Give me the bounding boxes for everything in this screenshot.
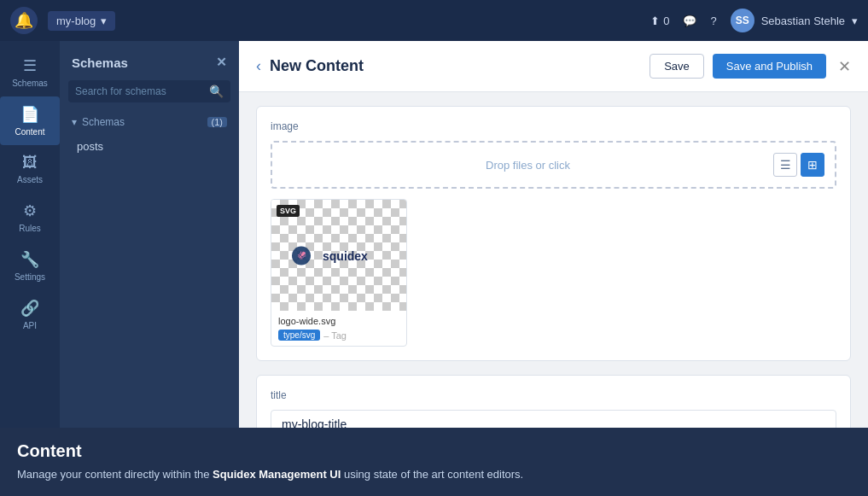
notifications-btn[interactable]: 💬	[683, 15, 696, 27]
content-icon: 📄	[20, 105, 39, 124]
schemas-search-container: 🔍	[68, 80, 230, 102]
sidebar-item-assets-label: Assets	[17, 175, 43, 184]
save-button[interactable]: Save	[650, 54, 704, 79]
help-btn[interactable]: ?	[710, 15, 716, 27]
upload-count: 0	[663, 15, 669, 27]
tag-placeholder[interactable]: – Tag	[323, 330, 347, 341]
sidebar-item-settings[interactable]: 🔧 Settings	[0, 242, 60, 290]
main-layout: ☰ Schemas 📄 Content 🖼 Assets ⚙ Rules 🔧 S…	[0, 41, 868, 428]
image-cards: SVG 🦑 squidex logo-wide.svg type/s	[271, 199, 836, 347]
bell-icon: 🔔	[15, 11, 33, 30]
page-title: New Content	[270, 57, 364, 75]
top-navigation: 🔔 my-blog ▾ ⬆ 0 💬 ? SS Sebastian Stehle …	[0, 0, 868, 41]
user-menu[interactable]: SS Sebastian Stehle ▾	[731, 9, 858, 32]
image-card-footer: logo-wide.svg type/svg – Tag	[271, 311, 406, 346]
sidebar-item-schemas-label: Schemas	[12, 79, 48, 88]
sidebar-item-content-label: Content	[15, 127, 44, 137]
sidebar-item-rules-label: Rules	[19, 224, 41, 233]
blog-selector[interactable]: my-blog ▾	[48, 11, 115, 31]
assets-icon: 🖼	[22, 154, 38, 172]
schemas-search-input[interactable]	[75, 85, 204, 97]
question-icon: ?	[710, 15, 716, 27]
schemas-section-label: Schemas	[82, 116, 125, 128]
dropzone-text: Drop files or click	[283, 159, 773, 172]
svg-text:squidex: squidex	[323, 248, 368, 262]
content-header: ‹ New Content Save Save and Publish ✕	[239, 41, 868, 92]
image-section-label: image	[271, 120, 836, 132]
schemas-panel: Schemas ✕ 🔍 ▾ Schemas (1) posts	[60, 41, 239, 428]
content-header-left: ‹ New Content	[256, 57, 364, 75]
schemas-section: ▾ Schemas (1) posts	[60, 113, 239, 158]
squidex-logo: 🦑 squidex	[288, 241, 391, 271]
content-form: image Drop files or click ☰ ⊞	[239, 92, 868, 428]
back-button[interactable]: ‹	[256, 57, 261, 75]
schemas-panel-title: Schemas	[72, 55, 128, 70]
rules-icon: ⚙	[23, 201, 37, 220]
schema-item-posts[interactable]: posts	[68, 135, 230, 158]
image-card-tags: type/svg – Tag	[278, 330, 399, 341]
close-schemas-icon[interactable]: ✕	[216, 55, 227, 70]
sidebar-item-api-label: API	[23, 321, 37, 330]
content-area: ‹ New Content Save Save and Publish ✕ im…	[239, 41, 868, 428]
image-card: SVG 🦑 squidex logo-wide.svg type/s	[271, 199, 407, 347]
collapse-icon[interactable]: ▾	[72, 116, 77, 128]
sidebar-icons: ☰ Schemas 📄 Content 🖼 Assets ⚙ Rules 🔧 S…	[0, 41, 60, 428]
username: Sebastian Stehle	[761, 15, 845, 27]
api-icon: 🔗	[20, 299, 39, 318]
image-view-toggles: ☰ ⊞	[773, 153, 824, 177]
schema-item-posts-label: posts	[77, 140, 103, 153]
blog-selector-label: my-blog	[56, 15, 96, 27]
sidebar-item-assets[interactable]: 🖼 Assets	[0, 145, 60, 193]
grid-view-button[interactable]: ⊞	[801, 153, 824, 177]
save-and-publish-button[interactable]: Save and Publish	[713, 54, 826, 79]
chat-icon: 💬	[683, 15, 696, 27]
upload-btn[interactable]: ⬆ 0	[650, 15, 669, 27]
highlight-text: Squidex Management UI	[213, 468, 341, 481]
type-tag[interactable]: type/svg	[278, 330, 320, 341]
title-section-label: title	[271, 389, 836, 401]
settings-icon: 🔧	[20, 250, 39, 269]
tooltip-title: Content	[17, 441, 851, 461]
upload-icon: ⬆	[650, 15, 660, 27]
schemas-count: (1)	[207, 117, 227, 127]
user-dropdown-icon: ▾	[852, 15, 858, 27]
svg-badge: SVG	[277, 205, 300, 217]
sidebar-item-schemas[interactable]: ☰ Schemas	[0, 48, 60, 96]
grid-view-icon: ⊞	[807, 158, 818, 172]
dropdown-icon: ▾	[101, 15, 107, 27]
image-card-preview: SVG 🦑 squidex	[271, 200, 407, 311]
schemas-icon: ☰	[23, 56, 37, 75]
list-view-icon: ☰	[780, 158, 791, 172]
title-section: title	[256, 375, 851, 428]
image-section: image Drop files or click ☰ ⊞	[256, 106, 851, 361]
avatar: SS	[731, 9, 754, 32]
sidebar-item-api[interactable]: 🔗 API	[0, 290, 60, 339]
sidebar-item-settings-label: Settings	[15, 272, 45, 282]
sidebar-item-rules[interactable]: ⚙ Rules	[0, 193, 60, 242]
title-input[interactable]	[271, 410, 836, 428]
app-logo: 🔔	[10, 7, 38, 34]
bottom-tooltip: Content Manage your content directly wit…	[0, 428, 868, 497]
top-nav-icons: ⬆ 0 💬 ? SS Sebastian Stehle ▾	[650, 9, 858, 32]
tooltip-text: Manage your content directly within the …	[17, 466, 851, 483]
svg-text:🦑: 🦑	[297, 250, 307, 260]
image-dropzone[interactable]: Drop files or click ☰ ⊞	[271, 141, 836, 189]
sidebar-item-content[interactable]: 📄 Content	[0, 96, 60, 145]
list-view-button[interactable]: ☰	[773, 153, 797, 177]
search-icon: 🔍	[209, 85, 224, 98]
image-filename: logo-wide.svg	[278, 316, 399, 326]
schemas-panel-header: Schemas ✕	[60, 41, 239, 80]
close-button[interactable]: ✕	[838, 57, 851, 76]
schemas-section-header: ▾ Schemas (1)	[68, 113, 230, 135]
content-header-actions: Save Save and Publish ✕	[650, 54, 851, 79]
